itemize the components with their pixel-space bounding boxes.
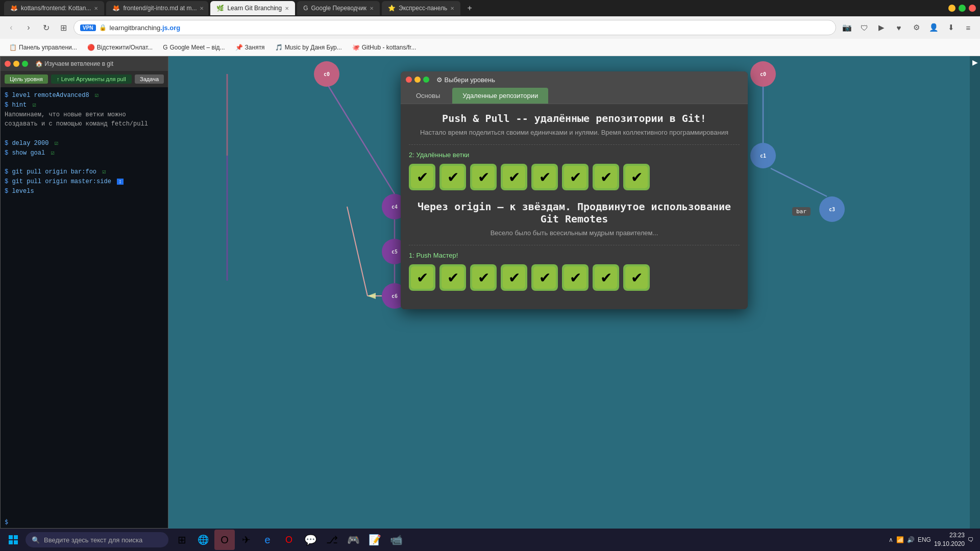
tab-4[interactable]: G Google Переводчик ✕ [297,1,380,15]
clock-date: 19.10.2020 [934,540,965,548]
notifications-icon[interactable]: 🗨 [968,536,974,543]
bookmark-1[interactable]: 📋 Панель управлени... [5,41,81,54]
heart-icon[interactable]: ♥ [891,20,906,35]
terminal-line-1: $ level remoteAdvanced8 ☑ [5,91,164,100]
terminal-line-10: $ git pull origin master:side ↕ [5,178,164,186]
tab-3[interactable]: 🌿 Learn Git Branching ✕ [210,1,295,15]
tab-5-close[interactable]: ✕ [450,6,454,11]
minimize-button[interactable] [948,5,955,12]
level-icon-1-8[interactable]: ✔ [623,164,650,190]
tray-volume-icon[interactable]: 🔊 [907,536,915,543]
modal-close-light[interactable] [406,77,412,83]
taskbar-clock[interactable]: 23:23 19.10.2020 [934,531,965,548]
refresh-button[interactable]: ↻ [39,20,53,35]
taskbar-app-vscode[interactable]: 📝 [364,530,385,550]
tab-1-title: kottans/frontend: Kottan... [21,5,91,12]
tab-1-favicon: 🦊 [10,5,18,12]
tab-1-close[interactable]: ✕ [94,6,98,11]
level-icon-1-4[interactable]: ✔ [501,164,527,190]
play-icon[interactable]: ▶ [874,20,889,35]
bookmark-6-label: GitHub - kottans/fr... [362,44,416,51]
level-icon-1-6[interactable]: ✔ [562,164,589,190]
bookmark-6[interactable]: 🐙 GitHub - kottans/fr... [348,41,421,54]
tab-2-close[interactable]: ✕ [200,6,204,11]
tab-3-close[interactable]: ✕ [285,6,289,11]
bookmark-4[interactable]: 📌 Занятя [231,41,269,54]
taskbar-app-opera[interactable]: O [214,530,235,550]
camera-icon[interactable]: 📷 [839,20,854,35]
terminal-input-area: $ [1,516,168,528]
taskbar-app-steam[interactable]: 🎮 [343,530,363,550]
level-icon-2-6[interactable]: ✔ [562,264,589,291]
close-window-button[interactable] [969,5,976,12]
minimize-light[interactable] [13,61,19,67]
back-button[interactable]: ‹ [4,20,18,35]
terminal-panel: 🏠 Изучаем ветвление в git Цель уровня ↑ … [0,56,168,529]
taskbar-app-edge[interactable]: 🌐 [193,530,213,550]
terminal-line-3: Напоминаем, что новые ветки можно [5,111,164,119]
level-icon-2-4[interactable]: ✔ [501,264,527,291]
level-icon-1-1[interactable]: ✔ [409,164,435,190]
level-icon-1-7[interactable]: ✔ [593,164,619,190]
level-icon-2-5[interactable]: ✔ [531,264,558,291]
tab-4-favicon: G [303,5,308,12]
tab-2[interactable]: 🦊 frontend/git-intro.md at m... ✕ [106,1,208,15]
bookmark-3[interactable]: G Google Meet – від... [159,41,229,54]
taskbar-app-opera2[interactable]: O [279,530,299,550]
settings-icon[interactable]: ⚙ [909,20,924,35]
bookmark-1-icon: 📋 [9,44,17,51]
tray-network-icon[interactable]: 📶 [896,536,904,543]
tab-1[interactable]: 🦊 kottans/frontend: Kottan... ✕ [4,1,104,15]
close-light[interactable] [5,61,11,67]
home-button[interactable]: ⊞ [56,20,70,35]
modal-tab-remotes[interactable]: Удаленные репозитории [452,88,548,104]
section-1-divider [409,144,740,145]
tab-2-title: frontend/git-intro.md at m... [123,5,197,12]
modal-maximize-light[interactable] [423,77,429,83]
profile-icon[interactable]: 👤 [926,20,941,35]
taskbar-app-zoom[interactable]: 📹 [386,530,406,550]
bookmark-2-label: Відстежити/Онлат... [97,44,153,51]
search-placeholder: Введите здесь текст для поиска [44,536,142,544]
taskbar-app-chat[interactable]: 💬 [300,530,321,550]
tab-5-favicon: ⭐ [388,5,396,12]
taskbar-app-git[interactable]: ⎇ [322,530,342,550]
terminal-title: 🏠 Изучаем ветвление в git [35,60,113,67]
address-bar[interactable]: VPN 🔒 learngitbranching.js.org [74,20,836,35]
maximize-light[interactable] [22,61,28,67]
right-panel-toggle[interactable]: ▶ [970,56,980,529]
maximize-button[interactable] [959,5,966,12]
level-icon-2-1[interactable]: ✔ [409,264,435,291]
level-icon-2-2[interactable]: ✔ [439,264,466,291]
taskbar-search[interactable]: 🔍 Введите здесь текст для поиска [26,532,168,547]
modal-tab-basics[interactable]: Основы [406,88,450,104]
forward-button[interactable]: › [21,20,36,35]
tray-expand-icon[interactable]: ∧ [889,536,893,543]
taskbar-app-ie[interactable]: e [257,530,278,550]
download-icon[interactable]: ⬇ [943,20,959,35]
taskbar-app-taskview[interactable]: ⊞ [172,530,192,550]
lock-icon: 🔒 [99,24,107,31]
shield-icon[interactable]: 🛡 [856,20,872,35]
level-icon-1-5[interactable]: ✔ [531,164,558,190]
svg-rect-16 [9,535,13,539]
terminal-line-11: $ levels [5,187,164,196]
tab-4-close[interactable]: ✕ [370,6,374,11]
taskbar-app-telegram[interactable]: ✈ [236,530,256,550]
new-tab-button[interactable]: + [462,1,477,15]
level-display: ↑ Level Аргументы для pull [51,74,132,84]
bookmark-2[interactable]: 🔴 Відстежити/Онлат... [83,41,157,54]
modal-minimize-light[interactable] [414,77,421,83]
level-icon-1-2[interactable]: ✔ [439,164,466,190]
menu-icon[interactable]: ≡ [961,20,976,35]
tab-5[interactable]: ⭐ Экспресс-панель ✕ [382,1,460,15]
level-icon-2-8[interactable]: ✔ [623,264,650,291]
bookmark-5[interactable]: 🎵 Music by Даня Бур... [271,41,346,54]
task-button[interactable]: Задача [135,74,164,84]
start-button[interactable] [2,529,24,551]
section-1-subtitle: Настало время поделиться своими единичка… [409,129,740,136]
level-icon-2-7[interactable]: ✔ [593,264,619,291]
level-goal-button[interactable]: Цель уровня [5,74,48,84]
level-icon-2-3[interactable]: ✔ [470,264,497,291]
level-icon-1-3[interactable]: ✔ [470,164,497,190]
